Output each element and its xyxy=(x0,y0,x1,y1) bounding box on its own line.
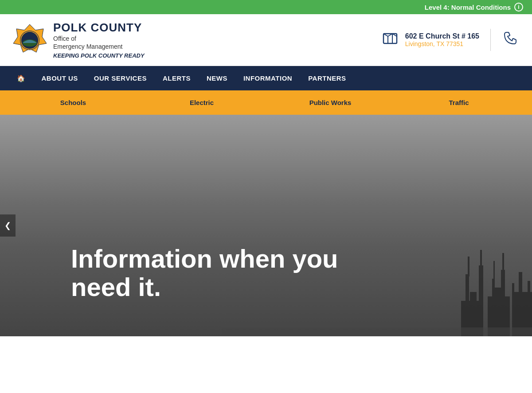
nav-information[interactable]: INFORMATION xyxy=(235,66,300,90)
header-text: POLK COUNTY Office of Emergency Manageme… xyxy=(53,21,145,59)
contact-address: 602 E Church St # 165 Livingston, TX 773… xyxy=(405,32,479,47)
svg-rect-25 xyxy=(494,288,503,297)
phone-icon[interactable] xyxy=(502,30,519,50)
nav-bar: 🏠 ABOUT US OUR SERVICES ALERTS NEWS INFO… xyxy=(0,66,532,90)
hero-section: Information when you need it. ❮ xyxy=(0,115,532,336)
sub-nav-bar: Schools Electric Public Works Traffic xyxy=(0,90,532,115)
nav-news[interactable]: NEWS xyxy=(199,66,235,90)
nav-about-us[interactable]: ABOUT US xyxy=(34,66,86,90)
header-left: POLK COUNTY Office of Emergency Manageme… xyxy=(13,21,145,59)
hero-headline: Information when you need it. xyxy=(71,245,338,301)
nav-alerts[interactable]: ALERTS xyxy=(155,66,199,90)
hero-content: Information when you need it. xyxy=(71,245,338,301)
svg-rect-19 xyxy=(493,261,495,280)
sub-nav-public-works[interactable]: Public Works xyxy=(266,90,395,115)
alert-bar: Level 4: Normal Conditions i xyxy=(0,0,532,14)
svg-rect-18 xyxy=(480,250,482,267)
svg-rect-20 xyxy=(502,253,504,271)
hero-prev-arrow[interactable]: ❮ xyxy=(0,214,16,237)
home-icon: 🏠 xyxy=(17,74,26,82)
map-icon xyxy=(382,30,399,50)
nav-our-services[interactable]: OUR SERVICES xyxy=(86,66,155,90)
alert-text: Level 4: Normal Conditions xyxy=(425,4,511,11)
address-line2: Livingston, TX 77351 xyxy=(405,40,479,47)
sub-nav-electric[interactable]: Electric xyxy=(137,90,266,115)
header-right: 602 E Church St # 165 Livingston, TX 773… xyxy=(382,29,519,51)
org-subtitle: Office of Emergency Management xyxy=(53,35,145,51)
org-tagline: KEEPING POLK COUNTY READY xyxy=(53,52,145,59)
org-name: POLK COUNTY xyxy=(53,21,145,35)
sub-nav-schools[interactable]: Schools xyxy=(9,90,137,115)
svg-rect-17 xyxy=(468,257,469,276)
nav-home[interactable]: 🏠 xyxy=(9,66,34,90)
nav-partners[interactable]: PARTNERS xyxy=(300,66,354,90)
svg-rect-29 xyxy=(222,327,532,336)
svg-rect-11 xyxy=(479,265,483,336)
address-line1: 602 E Church St # 165 xyxy=(405,32,479,40)
logo-badge xyxy=(13,23,47,57)
svg-rect-24 xyxy=(470,292,477,303)
contact-divider xyxy=(490,29,491,51)
sub-nav-traffic[interactable]: Traffic xyxy=(395,90,523,115)
header-contact: 602 E Church St # 165 Livingston, TX 773… xyxy=(382,30,479,50)
alert-info-icon[interactable]: i xyxy=(514,3,523,12)
header: POLK COUNTY Office of Emergency Manageme… xyxy=(0,14,532,66)
